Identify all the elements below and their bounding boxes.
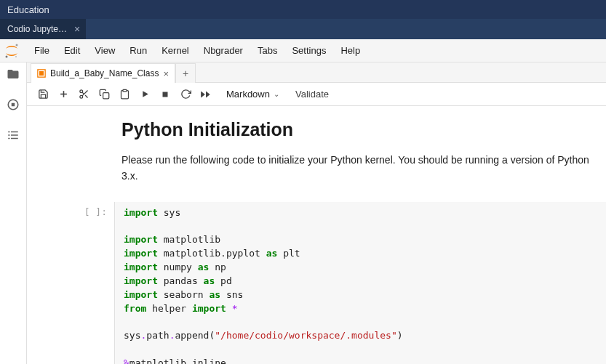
notebook-tab[interactable]: Build_a_Baby_Name_Class ×	[31, 63, 175, 83]
menu-tabs[interactable]: Tabs	[250, 39, 284, 62]
svg-point-16	[79, 95, 82, 98]
svg-rect-10	[11, 138, 18, 139]
svg-rect-9	[8, 138, 9, 139]
svg-marker-22	[143, 91, 148, 97]
menu-help[interactable]: Help	[333, 39, 367, 62]
close-icon[interactable]: ×	[163, 68, 169, 79]
cell-type-label: Markdown	[226, 89, 270, 100]
stop-icon[interactable]	[156, 86, 174, 103]
svg-rect-12	[39, 71, 44, 76]
menu-kernel[interactable]: Kernel	[154, 39, 196, 62]
notebook-tab-label: Build_a_Baby_Name_Class	[50, 68, 159, 78]
svg-rect-6	[11, 132, 18, 133]
code-input[interactable]: import sys import matplotlib import matp…	[114, 202, 606, 364]
svg-point-15	[79, 90, 82, 93]
notebook-toolbar: Markdown ⌄ Validate	[27, 83, 606, 106]
menu-bar: File Edit View Run Kernel Nbgrader Tabs …	[0, 39, 606, 62]
window-titlebar: Education	[0, 0, 606, 19]
add-tab-button[interactable]: +	[175, 63, 196, 83]
svg-line-19	[82, 92, 84, 94]
svg-rect-21	[123, 89, 127, 92]
menu-nbgrader[interactable]: Nbgrader	[196, 39, 250, 62]
menu-run[interactable]: Run	[122, 39, 154, 62]
cut-icon[interactable]	[75, 86, 92, 103]
app-tab-label: Codio Jupyte…	[7, 24, 67, 34]
svg-rect-8	[11, 134, 18, 136]
svg-point-2	[15, 56, 17, 57]
code-cell[interactable]: [ ]: import sys import matplotlib import…	[27, 202, 606, 364]
svg-marker-24	[201, 91, 205, 97]
paste-icon[interactable]	[116, 86, 133, 103]
svg-marker-25	[206, 91, 210, 97]
svg-rect-7	[8, 134, 9, 136]
close-icon[interactable]: ×	[74, 23, 80, 35]
run-icon[interactable]	[136, 86, 154, 103]
svg-rect-4	[12, 103, 15, 107]
markdown-paragraph: Please run the following code to initial…	[121, 152, 593, 185]
menu-edit[interactable]: Edit	[57, 39, 87, 62]
cell-prompt: [ ]:	[27, 202, 114, 364]
svg-rect-5	[8, 132, 9, 133]
save-icon[interactable]	[34, 86, 52, 103]
notebook-icon	[37, 69, 46, 78]
svg-point-0	[16, 44, 18, 46]
svg-point-1	[6, 55, 8, 57]
left-sidebar	[0, 62, 27, 364]
jupyter-logo-icon	[2, 41, 21, 60]
app-tab-codio[interactable]: Codio Jupyte… ×	[0, 19, 86, 39]
app-tabs: Codio Jupyte… ×	[0, 19, 606, 39]
markdown-cell[interactable]: Python Initialization Please run the fol…	[27, 119, 606, 185]
svg-line-18	[85, 95, 87, 97]
menu-settings[interactable]: Settings	[284, 39, 333, 62]
menu-view[interactable]: View	[87, 39, 122, 62]
copy-icon[interactable]	[95, 86, 113, 103]
running-icon[interactable]	[6, 97, 20, 112]
folder-icon[interactable]	[6, 67, 20, 81]
restart-run-all-icon[interactable]	[197, 86, 215, 103]
document-tabs: Build_a_Baby_Name_Class × +	[27, 62, 606, 83]
chevron-down-icon: ⌄	[274, 90, 279, 98]
svg-rect-23	[163, 92, 168, 97]
cell-type-dropdown[interactable]: Markdown ⌄	[222, 89, 284, 100]
add-cell-icon[interactable]	[55, 86, 72, 103]
restart-icon[interactable]	[177, 86, 194, 103]
menu-file[interactable]: File	[27, 39, 57, 62]
toc-icon[interactable]	[6, 128, 20, 142]
validate-button[interactable]: Validate	[295, 89, 329, 100]
svg-rect-20	[103, 93, 108, 99]
window-title: Education	[7, 4, 49, 15]
notebook-body[interactable]: Python Initialization Please run the fol…	[27, 106, 606, 364]
markdown-heading: Python Initialization	[121, 119, 593, 140]
